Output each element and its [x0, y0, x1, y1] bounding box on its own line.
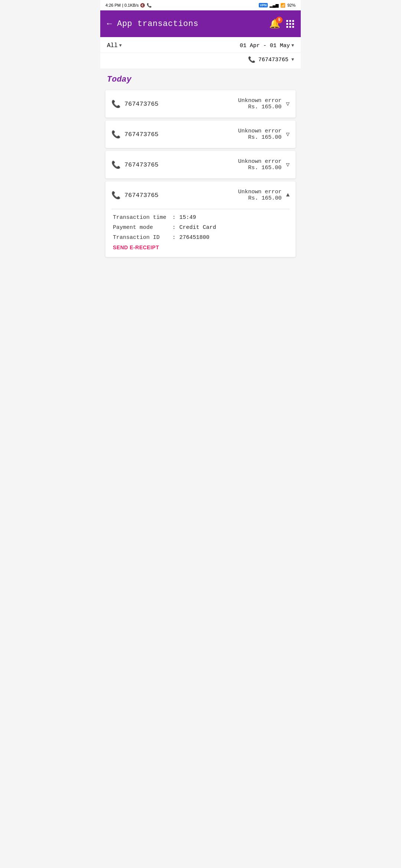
colon: : — [172, 214, 176, 221]
phone-icon: 📞 — [111, 160, 121, 170]
transaction-status: Unknown error — [238, 158, 281, 165]
grid-dot — [286, 20, 288, 22]
grid-dot — [292, 26, 294, 28]
transaction-status: Unknown error — [238, 98, 281, 104]
card-left: 📞 767473765 — [111, 191, 159, 200]
transaction-status: Unknown error — [238, 128, 281, 134]
date-range-label: 01 Apr - 01 May — [240, 43, 290, 49]
card-info: Unknown error Rs. 165.00 — [238, 189, 281, 201]
page-title: App transactions — [117, 19, 269, 29]
mute-icon: 🔇 — [140, 3, 145, 8]
filter-bar: All ▼ 01 Apr - 01 May ▼ — [100, 37, 301, 53]
card-left: 📞 767473765 — [111, 130, 159, 139]
card-right: Unknown error Rs. 165.00 ▽ — [238, 158, 290, 171]
payment-mode-label: Payment mode — [113, 224, 172, 231]
phone-filter-icon: 📞 — [248, 56, 255, 63]
grid-dot — [289, 26, 291, 28]
colon: : — [172, 234, 176, 241]
card-main-row: 📞 767473765 Unknown error Rs. 165.00 ▲ — [105, 181, 296, 209]
card-main-row: 📞 767473765 Unknown error Rs. 165.00 ▽ — [105, 151, 296, 178]
transaction-card: 📞 767473765 Unknown error Rs. 165.00 ▽ — [105, 151, 296, 178]
expand-chevron-button[interactable]: ▽ — [286, 161, 290, 168]
all-filter-label: All — [107, 42, 118, 49]
grid-dot — [286, 26, 288, 28]
network-speed: | 0.1KB/s — [122, 3, 138, 7]
wifi-icon: 📶 — [280, 3, 286, 8]
phone-icon: 📞 — [111, 99, 121, 109]
all-filter-chevron: ▼ — [119, 43, 122, 48]
today-section-label: Today — [100, 69, 301, 87]
app-header: ← App transactions 🔔 9 — [100, 10, 301, 37]
status-left: 4:26 PM | 0.1KB/s 🔇 📞 — [105, 3, 152, 8]
expand-chevron-button[interactable]: ▽ — [286, 100, 290, 108]
grid-dot — [289, 20, 291, 22]
card-info: Unknown error Rs. 165.00 — [238, 158, 281, 171]
grid-dot — [292, 23, 294, 25]
transaction-id-label: Transaction ID — [113, 234, 172, 241]
card-left: 📞 767473765 — [111, 160, 159, 170]
grid-dot — [289, 23, 291, 25]
card-info: Unknown error Rs. 165.00 — [238, 98, 281, 110]
card-main-row: 📞 767473765 Unknown error Rs. 165.00 ▽ — [105, 121, 296, 148]
transaction-id-value: 276451800 — [179, 234, 209, 241]
transaction-status: Unknown error — [238, 189, 281, 195]
card-right: Unknown error Rs. 165.00 ▽ — [238, 98, 290, 110]
transaction-phone: 767473765 — [124, 131, 159, 138]
notification-badge: 9 — [276, 17, 283, 23]
phone-filter-row: 📞 767473765 ▼ — [100, 53, 301, 69]
date-filter-dropdown[interactable]: 01 Apr - 01 May ▼ — [240, 43, 294, 49]
phone-icon: 📞 — [111, 130, 121, 139]
status-bar: 4:26 PM | 0.1KB/s 🔇 📞 VPN ▂▄▆ 📶 92% — [100, 0, 301, 10]
transaction-amount: Rs. 165.00 — [238, 195, 281, 201]
phone-filter-chevron[interactable]: ▼ — [291, 57, 294, 62]
payment-mode-value: Credit Card — [179, 224, 216, 231]
back-button[interactable]: ← — [107, 19, 112, 29]
transaction-phone: 767473765 — [124, 101, 159, 108]
send-receipt-button[interactable]: SEND E-RECEIPT — [113, 244, 288, 250]
transactions-list: 📞 767473765 Unknown error Rs. 165.00 ▽ 📞… — [100, 90, 301, 257]
signal-icon: ▂▄▆ — [270, 3, 278, 8]
transaction-card: 📞 767473765 Unknown error Rs. 165.00 ▽ — [105, 121, 296, 148]
vpn-badge: VPN — [259, 3, 268, 7]
transaction-time-label: Transaction time — [113, 214, 172, 221]
grid-menu-button[interactable] — [286, 20, 294, 28]
header-icons: 🔔 9 — [269, 19, 294, 29]
transaction-card: 📞 767473765 Unknown error Rs. 165.00 ▲ T… — [105, 181, 296, 257]
phone-icon: 📞 — [111, 191, 121, 200]
phone-call-icon: 📞 — [147, 3, 152, 8]
battery-label: 92% — [287, 3, 296, 7]
status-right: VPN ▂▄▆ 📶 92% — [259, 3, 296, 8]
transaction-amount: Rs. 165.00 — [238, 165, 281, 171]
payment-mode-row: Payment mode : Credit Card — [113, 224, 288, 231]
transaction-id-row: Transaction ID : 276451800 — [113, 234, 288, 241]
transaction-time-row: Transaction time : 15:49 — [113, 214, 288, 221]
transaction-phone: 767473765 — [124, 161, 159, 168]
date-filter-chevron: ▼ — [291, 43, 294, 48]
transaction-card: 📞 767473765 Unknown error Rs. 165.00 ▽ — [105, 90, 296, 118]
colon: : — [172, 224, 176, 231]
notification-bell[interactable]: 🔔 9 — [269, 19, 280, 29]
card-main-row: 📞 767473765 Unknown error Rs. 165.00 ▽ — [105, 90, 296, 118]
card-info: Unknown error Rs. 165.00 — [238, 128, 281, 141]
expand-chevron-button[interactable]: ▽ — [286, 131, 290, 138]
all-filter-dropdown[interactable]: All ▼ — [107, 42, 122, 49]
grid-dot — [292, 20, 294, 22]
card-details: Transaction time : 15:49 Payment mode : … — [105, 209, 296, 257]
card-right: Unknown error Rs. 165.00 ▲ — [238, 189, 290, 201]
transaction-amount: Rs. 165.00 — [238, 104, 281, 110]
transaction-time-value: 15:49 — [179, 214, 196, 221]
transaction-amount: Rs. 165.00 — [238, 134, 281, 141]
phone-filter-number: 767473765 — [258, 57, 288, 63]
expand-chevron-button[interactable]: ▲ — [286, 192, 290, 198]
time-label: 4:26 PM — [105, 3, 121, 7]
transaction-phone: 767473765 — [124, 192, 159, 199]
card-right: Unknown error Rs. 165.00 ▽ — [238, 128, 290, 141]
card-left: 📞 767473765 — [111, 99, 159, 109]
grid-dot — [286, 23, 288, 25]
